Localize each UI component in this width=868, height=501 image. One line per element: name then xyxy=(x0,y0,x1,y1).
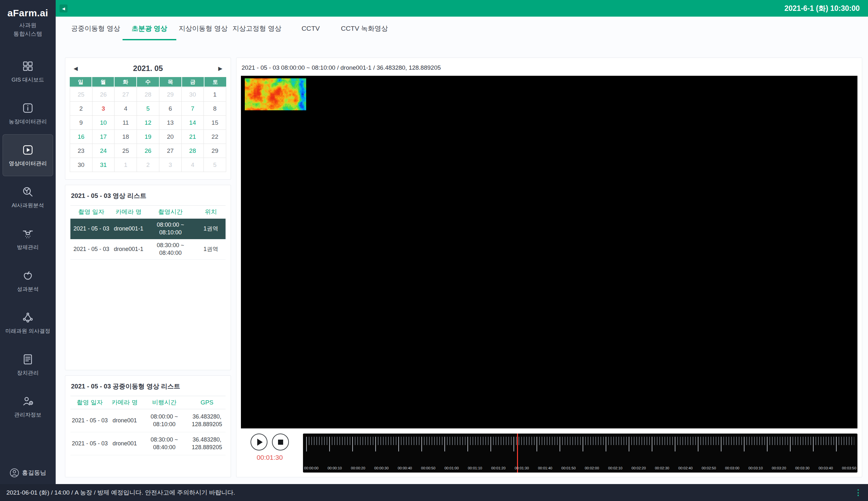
sidebar-item-video-data[interactable]: 영상데이터관리 xyxy=(2,134,53,176)
status-menu-button[interactable]: ⋮ xyxy=(854,489,862,497)
sidebar-collapse-button[interactable]: ◀ xyxy=(60,4,67,12)
column-header: GPS xyxy=(188,399,226,406)
calendar-day[interactable]: 9 xyxy=(70,116,93,130)
calendar-day[interactable]: 10 xyxy=(93,116,115,130)
table-row[interactable]: 2021 - 05 - 03drone00108:00:00 ~ 08:10:0… xyxy=(70,409,226,432)
calendar-day[interactable]: 28 xyxy=(137,88,159,102)
timeline-label: 00:00:20 xyxy=(351,466,365,470)
table-cell: 08:30:00 ~ 08:40:00 xyxy=(140,436,188,451)
sidebar-item-pest-control[interactable]: 방제관리 xyxy=(2,218,53,260)
table-cell: 2021 - 05 - 03 xyxy=(70,440,109,447)
calendar-day[interactable]: 29 xyxy=(204,144,226,158)
sidebar-item-farm-data[interactable]: 농장데이터관리 xyxy=(2,93,53,134)
timeline-label: 00:02:10 xyxy=(608,466,623,470)
timeline-label: 00:03:20 xyxy=(772,466,786,470)
calendar-day[interactable]: 11 xyxy=(115,116,137,130)
calendar-day[interactable]: 28 xyxy=(182,144,204,158)
tab-5[interactable]: CCTV xyxy=(284,17,337,40)
topbar-datetime: 2021-6-1 (화) 10:30:00 xyxy=(784,3,860,13)
calendar-day[interactable]: 29 xyxy=(159,88,182,102)
table-row[interactable]: 2021 - 05 - 03drone001-108:00:00 ~ 08:10… xyxy=(70,219,226,239)
calendar-day[interactable]: 31 xyxy=(93,158,115,172)
calendar-day[interactable]: 26 xyxy=(93,88,115,102)
sidebar-item-future-decision[interactable]: 미래과원 의사결정 xyxy=(2,302,53,344)
calendar-day[interactable]: 5 xyxy=(137,102,159,116)
sidebar-item-device-mgmt[interactable]: 장치관리 xyxy=(2,344,53,386)
user-profile[interactable]: 홍길동님 xyxy=(10,468,46,478)
calendar-day[interactable]: 21 xyxy=(182,130,204,144)
sidebar-item-label: 영상데이터관리 xyxy=(9,160,47,167)
calendar-day-header: 월 xyxy=(92,77,114,87)
timeline-label: 00:01:30 xyxy=(514,466,529,470)
sidebar-item-performance[interactable]: 성과분석 xyxy=(2,260,53,302)
timeline[interactable]: 00:00:0000:00:1000:00:2000:00:3000:00:40… xyxy=(303,434,857,472)
calendar-day[interactable]: 24 xyxy=(93,144,115,158)
transport-buttons xyxy=(251,434,289,450)
tab-1[interactable]: 공중이동형 영상 xyxy=(69,17,123,40)
calendar-day[interactable]: 15 xyxy=(204,116,226,130)
table-row[interactable]: 2021 - 05 - 03drone00108:30:00 ~ 08:40:0… xyxy=(70,432,226,455)
user-name: 홍길동님 xyxy=(22,469,46,477)
calendar-day[interactable]: 3 xyxy=(159,158,182,172)
calendar-next-button[interactable]: ▶ xyxy=(218,65,222,72)
table-cell: 08:30:00 ~ 08:40:00 xyxy=(145,242,196,257)
player-controls: 00:01:30 00:00:0000:00:1000:00:2000:00:3… xyxy=(237,428,862,472)
app-subtitle-line1: 사과원 xyxy=(13,21,42,30)
tab-2[interactable]: 초분광 영상 xyxy=(123,17,176,40)
calendar-day[interactable]: 27 xyxy=(159,144,182,158)
aerial-list-panel: 2021 - 05 - 03 공중이동형 영상 리스트 촬영 일자카메라 명비행… xyxy=(65,375,231,477)
calendar-day[interactable]: 17 xyxy=(93,130,115,144)
calendar-day[interactable]: 6 xyxy=(159,102,182,116)
video-list-panel: 2021 - 05 - 03 영상 리스트 촬영 일자카메라 명촬영시간위치 2… xyxy=(65,185,231,370)
calendar-prev-button[interactable]: ◀ xyxy=(74,65,78,72)
table-row[interactable]: 2021 - 05 - 03drone001-108:30:00 ~ 08:40… xyxy=(70,239,226,259)
calendar-day[interactable]: 25 xyxy=(70,88,93,102)
calendar-day[interactable]: 4 xyxy=(115,102,137,116)
calendar-day[interactable]: 1 xyxy=(115,158,137,172)
current-time: 00:01:30 xyxy=(257,454,283,461)
calendar-day[interactable]: 30 xyxy=(70,158,93,172)
timeline-label: 00:00:10 xyxy=(328,466,342,470)
calendar-day[interactable]: 19 xyxy=(137,130,159,144)
calendar-day[interactable]: 5 xyxy=(204,158,226,172)
calendar-day[interactable]: 1 xyxy=(204,88,226,102)
table-cell: 36.483280, 128.889205 xyxy=(188,436,226,451)
column-header: 카메라 명 xyxy=(112,208,145,216)
video-list-header-row: 촬영 일자카메라 명촬영시간위치 xyxy=(70,205,226,219)
tab-6[interactable]: CCTV 녹화영상 xyxy=(337,17,391,40)
column-header: 촬영 일자 xyxy=(70,398,109,407)
calendar-day[interactable]: 2 xyxy=(137,158,159,172)
calendar-day[interactable]: 18 xyxy=(115,130,137,144)
calendar-day[interactable]: 23 xyxy=(70,144,93,158)
play-button[interactable] xyxy=(251,434,268,450)
calendar-day[interactable]: 22 xyxy=(204,130,226,144)
aerial-list-body: 2021 - 05 - 03drone00108:00:00 ~ 08:10:0… xyxy=(70,409,226,455)
tab-3[interactable]: 지상이동형 영상 xyxy=(176,17,230,40)
calendar-day[interactable]: 7 xyxy=(182,102,204,116)
calendar-day[interactable]: 25 xyxy=(115,144,137,158)
hyperspectral-image xyxy=(245,78,306,110)
calendar-day[interactable]: 8 xyxy=(204,102,226,116)
sidebar-item-ai-analysis[interactable]: AI사과원분석 xyxy=(2,176,53,218)
calendar-day[interactable]: 2 xyxy=(70,102,93,116)
calendar-day[interactable]: 30 xyxy=(182,88,204,102)
tab-4[interactable]: 지상고정형 영상 xyxy=(230,17,284,40)
calendar-day[interactable]: 27 xyxy=(115,88,137,102)
table-cell: 1권역 xyxy=(196,246,226,253)
sidebar-item-gis-dashboard[interactable]: GIS 대시보드 xyxy=(2,51,53,93)
calendar-day[interactable]: 4 xyxy=(182,158,204,172)
stop-button[interactable] xyxy=(272,434,289,450)
timeline-label: 00:00:40 xyxy=(398,466,412,470)
status-message: 2021-06-01 (화) / 14:00 / A 농장 / 방제 예정입니다… xyxy=(7,489,235,497)
calendar-day[interactable]: 13 xyxy=(159,116,182,130)
app-window: aFarm.ai 사과원 통합시스템 GIS 대시보드농장데이터관리영상데이터관… xyxy=(0,0,868,484)
topbar: ◀ 2021-6-1 (화) 10:30:00 xyxy=(56,0,868,17)
calendar-day[interactable]: 12 xyxy=(137,116,159,130)
calendar-day[interactable]: 26 xyxy=(137,144,159,158)
calendar-day[interactable]: 3 xyxy=(93,102,115,116)
calendar-day[interactable]: 16 xyxy=(70,130,93,144)
sidebar-item-admin-info[interactable]: 관리자정보 xyxy=(2,386,53,427)
status-bar: 2021-06-01 (화) / 14:00 / A 농장 / 방제 예정입니다… xyxy=(0,484,868,501)
calendar-day[interactable]: 14 xyxy=(182,116,204,130)
calendar-day[interactable]: 20 xyxy=(159,130,182,144)
